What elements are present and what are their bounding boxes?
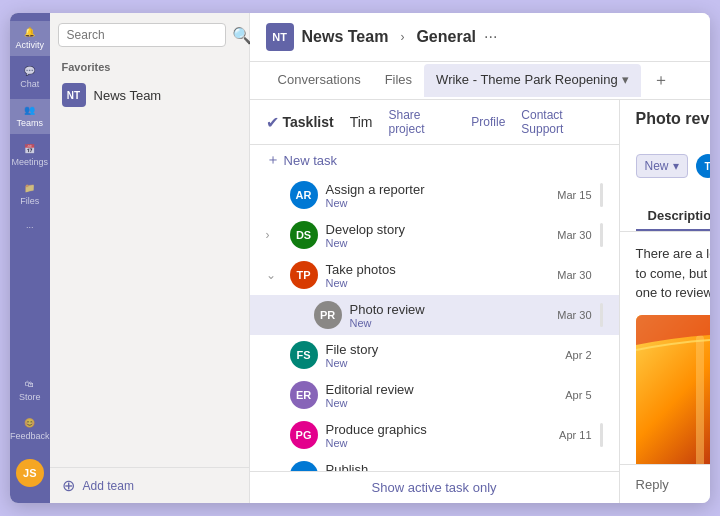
task-item[interactable]: FS File story New Apr 2: [250, 335, 619, 375]
reply-bar: Reply ↵: [620, 464, 710, 503]
new-task-row: ＋ New task: [250, 145, 619, 175]
detail-body: There are a lot more photos to come, but…: [620, 232, 710, 464]
add-team-button[interactable]: ⊕ Add team: [50, 467, 249, 503]
detail-title: Photo review: [636, 110, 710, 128]
detail-actions: New ▾ T S ＋ Mar 29 - Mar 30: [620, 138, 710, 202]
task-items: AR Assign a reporter New Mar 15 › DS Dev…: [250, 175, 619, 471]
task-date: Mar 15: [557, 189, 591, 201]
channel-header: NT News Team › General ···: [250, 13, 710, 62]
detail-tab-description[interactable]: Description: [636, 202, 710, 231]
channel-more-icon[interactable]: ···: [484, 28, 497, 46]
task-info: Photo review New: [350, 302, 550, 329]
task-name: Photo review: [350, 302, 550, 317]
new-task-button[interactable]: ＋ New task: [266, 151, 603, 169]
tasklist-header: ✔ Tasklist Tim Share project Profile Con…: [250, 100, 619, 145]
task-name: File story: [326, 342, 558, 357]
wrike-tab-label: Wrike - Theme Park Reopening: [436, 72, 618, 87]
task-info: File story New: [326, 342, 558, 369]
task-status: New: [326, 397, 558, 409]
task-status: New: [326, 357, 558, 369]
activity-icon: 🔔: [24, 27, 35, 37]
task-info: Editorial review New: [326, 382, 558, 409]
tab-conversations[interactable]: Conversations: [266, 64, 373, 97]
sidebar-item-activity[interactable]: 🔔 Activity: [10, 21, 50, 56]
task-status: New: [326, 437, 552, 449]
sidebar-item-store[interactable]: 🛍 Store: [10, 373, 50, 408]
task-name: Produce graphics: [326, 422, 552, 437]
detail-body-text: There are a lot more photos to come, but…: [636, 244, 710, 303]
sidebar: 🔔 Activity 💬 Chat 👥 Teams 📅 Meetings 📁 F…: [10, 13, 50, 503]
new-task-label: New task: [284, 153, 337, 168]
tab-wrike[interactable]: Wrike - Theme Park Reopening ▾: [424, 64, 641, 97]
detail-tabs: Description Subtasks: [620, 202, 710, 232]
task-item[interactable]: ⌄ TP Take photos New Mar 30: [250, 255, 619, 295]
task-avatar: PB: [290, 461, 318, 471]
sidebar-label-chat: Chat: [20, 79, 39, 89]
task-item[interactable]: AR Assign a reporter New Mar 15: [250, 175, 619, 215]
task-name: Publish: [326, 462, 552, 472]
task-item[interactable]: PG Produce graphics New Apr 11: [250, 415, 619, 455]
wrike-tab-chevron: ▾: [622, 72, 629, 87]
favorites-label: Favorites: [50, 57, 249, 77]
task-date: Mar 30: [557, 309, 591, 321]
assignee-avatar-1: T: [696, 154, 710, 178]
task-status: New: [326, 237, 550, 249]
more-icon: ···: [26, 222, 34, 232]
sidebar-item-feedback[interactable]: 😊 Feedback: [10, 412, 50, 447]
task-item[interactable]: PR Photo review New Mar 30: [250, 295, 619, 335]
contact-support-button[interactable]: Contact Support: [521, 108, 602, 136]
feedback-icon: 😊: [24, 418, 35, 428]
sidebar-item-files[interactable]: 📁 Files: [10, 177, 50, 212]
task-list-pane: ✔ Tasklist Tim Share project Profile Con…: [250, 100, 620, 503]
profile-button[interactable]: Profile: [471, 115, 505, 129]
task-status: New: [350, 317, 550, 329]
expand-icon[interactable]: ›: [266, 228, 282, 242]
reply-input[interactable]: Reply: [636, 477, 710, 492]
detail-image: [636, 315, 710, 465]
task-item[interactable]: PB Publish New Apr 13: [250, 455, 619, 471]
sidebar-label-files: Files: [20, 196, 39, 206]
team-item[interactable]: NT News Team: [50, 77, 249, 113]
share-project-button[interactable]: Share project: [388, 108, 455, 136]
sidebar-label-meetings: Meetings: [12, 157, 49, 167]
task-name: Assign a reporter: [326, 182, 550, 197]
task-avatar: FS: [290, 341, 318, 369]
tab-files[interactable]: Files: [373, 64, 424, 97]
task-info: Produce graphics New: [326, 422, 552, 449]
task-date: Mar 30: [557, 229, 591, 241]
detail-pane: Photo review 🔗 ··· New ▾ T S ＋ Mar 29 - …: [620, 100, 710, 503]
search-input[interactable]: [58, 23, 226, 47]
add-team-icon: ⊕: [62, 476, 75, 495]
task-item[interactable]: ER Editorial review New Apr 5: [250, 375, 619, 415]
chat-icon: 💬: [24, 66, 35, 76]
search-bar: 🔍 ✏️: [50, 13, 249, 57]
sidebar-item-more[interactable]: ···: [10, 216, 50, 238]
tim-label: Tim: [342, 114, 381, 130]
collapse-icon[interactable]: ⌄: [266, 268, 282, 282]
team-avatar: NT: [62, 83, 86, 107]
tasklist-tab[interactable]: ✔ Tasklist: [266, 113, 334, 132]
main-area: NT News Team › General ··· Conversations…: [250, 13, 710, 503]
sidebar-item-chat[interactable]: 💬 Chat: [10, 60, 50, 95]
task-indicator: [600, 223, 603, 247]
search-icon[interactable]: 🔍: [232, 26, 252, 45]
task-info: Develop story New: [326, 222, 550, 249]
detail-header: Photo review 🔗 ···: [620, 100, 710, 138]
task-item[interactable]: › DS Develop story New Mar 30: [250, 215, 619, 255]
sidebar-item-meetings[interactable]: 📅 Meetings: [10, 138, 50, 173]
task-avatar: ER: [290, 381, 318, 409]
status-button[interactable]: New ▾: [636, 154, 688, 178]
user-avatar[interactable]: JS: [16, 459, 44, 487]
task-name: Editorial review: [326, 382, 558, 397]
task-avatar: PR: [314, 301, 342, 329]
sidebar-item-teams[interactable]: 👥 Teams: [10, 99, 50, 134]
task-name: Develop story: [326, 222, 550, 237]
task-indicator: [600, 303, 603, 327]
show-active-button[interactable]: Show active task only: [250, 471, 619, 503]
channel-name: General: [416, 28, 476, 46]
task-date: Apr 11: [559, 429, 591, 441]
add-tab-button[interactable]: ＋: [645, 62, 677, 99]
svg-rect-1: [696, 335, 704, 465]
task-status: New: [326, 277, 550, 289]
status-label: New: [645, 159, 669, 173]
